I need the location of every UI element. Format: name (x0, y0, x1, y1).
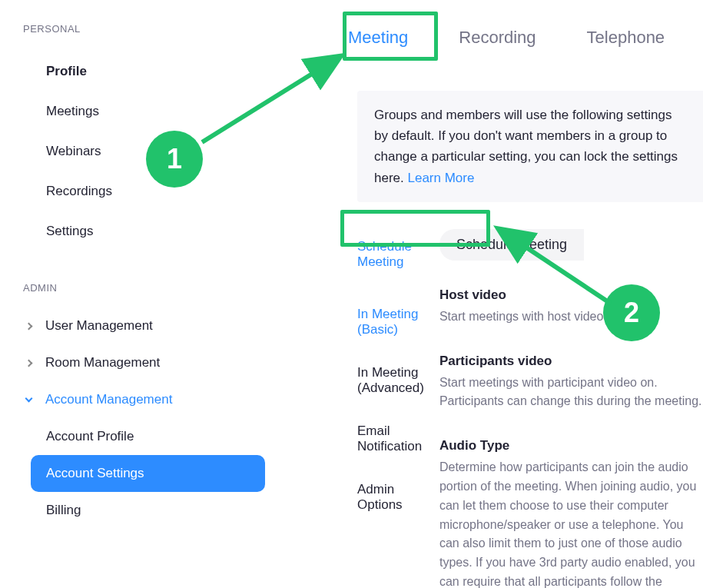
sidebar-item-settings[interactable]: Settings (23, 211, 288, 251)
chevron-right-icon (25, 322, 33, 330)
personal-header: PERSONAL (23, 23, 288, 35)
subnav-admin-options[interactable]: Admin Options (357, 472, 424, 523)
info-banner: Groups and members will use the followin… (357, 91, 703, 202)
setting-title: Audio Type (439, 438, 703, 453)
sidebar-subitem-billing[interactable]: Billing (23, 492, 265, 529)
sidebar-subitem-account-settings[interactable]: Account Settings (31, 455, 265, 492)
tabs: Meeting Recording Telephone (342, 15, 703, 60)
setting-title: Host video (439, 287, 703, 303)
tab-telephone[interactable]: Telephone (581, 15, 671, 60)
sidebar-item-account-management[interactable]: Account Management (23, 381, 288, 418)
sidebar-item-user-management[interactable]: User Management (23, 307, 288, 344)
setting-desc: Start meetings with host video on (439, 307, 703, 327)
sidebar-item-recordings[interactable]: Recordings (23, 171, 288, 211)
sidebar-item-webinars[interactable]: Webinars (23, 131, 288, 171)
tab-recording[interactable]: Recording (453, 15, 542, 60)
setting-participants-video: Participants video Start meetings with p… (439, 354, 703, 412)
settings-subnav: Schedule Meeting In Meeting (Basic) In M… (342, 229, 424, 588)
sidebar-item-room-management[interactable]: Room Management (23, 344, 288, 381)
sidebar-item-label: Room Management (45, 355, 160, 370)
learn-more-link[interactable]: Learn More (407, 171, 474, 185)
main-content: Meeting Recording Telephone Groups and m… (342, 15, 703, 588)
sidebar-subitem-account-profile[interactable]: Account Profile (23, 418, 265, 455)
subnav-schedule-meeting[interactable]: Schedule Meeting (357, 229, 424, 280)
admin-header: ADMIN (23, 282, 288, 294)
setting-desc: Start meetings with participant video on… (439, 374, 703, 412)
setting-audio-type: Audio Type Determine how participants ca… (439, 438, 703, 588)
sidebar-item-meetings[interactable]: Meetings (23, 91, 288, 131)
sidebar: PERSONAL Profile Meetings Webinars Recor… (0, 0, 288, 588)
subnav-in-meeting-basic[interactable]: In Meeting (Basic) (357, 297, 424, 347)
settings-column: Schedule Meeting Host video Start meetin… (424, 229, 703, 588)
setting-title: Participants video (439, 354, 703, 369)
sidebar-item-label: User Management (45, 318, 153, 334)
subnav-in-meeting-advanced[interactable]: In Meeting (Advanced) (357, 355, 424, 406)
sidebar-item-label: Account Management (45, 392, 172, 407)
chevron-down-icon (25, 394, 33, 402)
setting-host-video: Host video Start meetings with host vide… (439, 287, 703, 327)
section-pill: Schedule Meeting (439, 229, 584, 261)
chevron-right-icon (25, 359, 33, 367)
setting-desc: Determine how participants can join the … (439, 458, 703, 588)
sidebar-item-profile[interactable]: Profile (23, 51, 288, 91)
tab-meeting[interactable]: Meeting (342, 15, 414, 60)
subnav-email-notification[interactable]: Email Notification (357, 414, 424, 464)
